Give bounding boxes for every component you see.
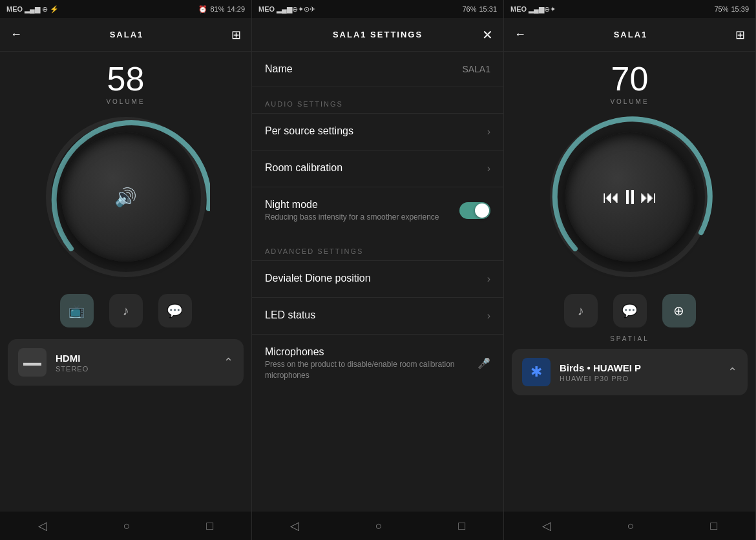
night-mode-sub: Reducing bass intensity for a smoother e… xyxy=(265,212,459,223)
song-title-3: Birds • HUAWEI P xyxy=(560,362,719,373)
volume-label-1: VOLUME xyxy=(106,98,145,105)
spatial-label: SPATIAL xyxy=(504,335,755,342)
volume-number-1: 58 xyxy=(107,62,145,96)
settings-icon-1[interactable]: ⊞ xyxy=(231,28,241,42)
back-system-btn-1[interactable]: ◁ xyxy=(38,519,47,533)
dione-position-row[interactable]: Devialet Dione position › xyxy=(252,260,503,297)
room-cal-chevron: › xyxy=(487,163,490,174)
screen-title-3: SALA1 xyxy=(614,30,648,39)
music-controls: ⏮ ⏸ ⏭ xyxy=(583,185,677,209)
bottom-nav-1: ◁ ○ □ xyxy=(0,512,251,540)
volume-icon-1: 🔊 xyxy=(114,187,137,208)
close-button[interactable]: ✕ xyxy=(482,27,493,43)
source-title-1: HDMI xyxy=(56,353,215,364)
night-mode-toggle[interactable] xyxy=(459,202,490,219)
source-tabs-3: ♪ 💬 ⊕ xyxy=(504,289,755,333)
home-btn-3[interactable]: ○ xyxy=(627,519,635,533)
bottom-nav-2: ◁ ○ □ xyxy=(252,512,503,540)
microphones-row[interactable]: Microphones Press on the product to disa… xyxy=(252,334,503,393)
time-1: 14:29 xyxy=(227,5,245,13)
volume-dial-1[interactable]: 🔊 xyxy=(42,113,210,281)
bluetooth-icon: ⚡ xyxy=(50,5,59,14)
signal-icon: ▂▄▆ xyxy=(25,5,40,14)
tab-spatial-3[interactable]: ⊕ xyxy=(662,294,696,327)
led-chevron: › xyxy=(487,310,490,322)
dione-chevron: › xyxy=(487,273,490,285)
recents-btn-3[interactable]: □ xyxy=(710,519,717,533)
home-btn-1[interactable]: ○ xyxy=(123,519,131,533)
settings-icon-3[interactable]: ⊞ xyxy=(735,28,745,42)
top-nav-1: ← SALA1 ⊞ xyxy=(0,18,251,52)
home-btn-2[interactable]: ○ xyxy=(375,519,383,533)
tab-music-3[interactable]: ♪ xyxy=(564,294,598,327)
carrier-1: MEO xyxy=(6,5,23,13)
status-bar-1: MEO ▂▄▆ ⊕ ⚡ ⏰ 81% 14:29 xyxy=(0,0,251,18)
volume-dial-3[interactable]: ⏮ ⏸ ⏭ xyxy=(546,113,714,281)
top-nav-3: ← SALA1 ⊞ xyxy=(504,18,755,52)
dione-title: Devialet Dione position xyxy=(265,273,487,284)
mic-sub: Press on the product to disable/enable r… xyxy=(265,359,478,381)
signal-icon-2: ▂▄▆⊕✦⊙✈ xyxy=(277,5,315,14)
settings-content: Name SALA1 AUDIO SETTINGS Per source set… xyxy=(252,52,503,540)
screen-title-1: SALA1 xyxy=(110,30,144,39)
per-source-title: Per source settings xyxy=(265,125,487,137)
status-bar-3: MEO ▂▄▆⊕✦ 75% 15:39 xyxy=(504,0,755,18)
led-status-row[interactable]: LED status › xyxy=(252,297,503,334)
tab-tv-1[interactable]: 📺 xyxy=(60,294,94,327)
toggle-knob xyxy=(475,203,489,218)
status-bar-2: MEO ▂▄▆⊕✦⊙✈ 76% 15:31 xyxy=(252,0,503,18)
dione-left: Devialet Dione position xyxy=(265,273,487,286)
volume-label-3: VOLUME xyxy=(610,98,649,105)
prev-button[interactable]: ⏮ xyxy=(603,187,620,207)
alarm-icon: ⏰ xyxy=(198,5,207,14)
source-tabs-1: 📺 ♪ 💬 xyxy=(0,289,251,333)
signal-icon-3: ▂▄▆⊕✦ xyxy=(529,5,556,14)
source-icon-box-1: ▬▬ xyxy=(18,348,47,377)
bottom-nav-3: ◁ ○ □ xyxy=(504,512,755,540)
hdmi-icon: ▬▬ xyxy=(23,357,41,368)
night-mode-row[interactable]: Night mode Reducing bass intensity for a… xyxy=(252,187,503,234)
recents-btn-1[interactable]: □ xyxy=(206,519,213,533)
audio-settings-header: AUDIO SETTINGS xyxy=(252,87,503,113)
battery-3: 75% xyxy=(714,5,728,13)
battery-level-1: 81% xyxy=(210,5,224,13)
back-button-3[interactable]: ← xyxy=(514,28,526,41)
panel-settings: MEO ▂▄▆⊕✦⊙✈ 76% 15:31 SALA1 SETTINGS ✕ N… xyxy=(252,0,504,540)
source-sub-1: STEREO xyxy=(56,365,215,373)
now-playing-card-1: ▬▬ HDMI STEREO ⌃ xyxy=(8,339,244,386)
expand-btn-3[interactable]: ⌃ xyxy=(728,365,737,379)
now-playing-info-1: HDMI STEREO xyxy=(56,353,215,373)
back-button-1[interactable]: ← xyxy=(10,28,22,41)
recents-btn-2[interactable]: □ xyxy=(458,519,465,533)
tab-music-1[interactable]: ♪ xyxy=(109,294,143,327)
back-system-btn-3[interactable]: ◁ xyxy=(542,519,551,533)
settings-title: SALA1 SETTINGS xyxy=(333,30,423,39)
back-system-btn-2[interactable]: ◁ xyxy=(290,519,299,533)
tab-chat-3[interactable]: 💬 xyxy=(613,294,647,327)
per-source-chevron: › xyxy=(487,126,490,138)
tab-chat-1[interactable]: 💬 xyxy=(158,294,192,327)
volume-section-1: 58 VOLUME xyxy=(0,52,251,105)
wifi-icon: ⊕ xyxy=(42,5,48,14)
panel-sala1-music: MEO ▂▄▆⊕✦ 75% 15:39 ← SALA1 ⊞ 70 VOLUME … xyxy=(504,0,756,540)
mic-title: Microphones xyxy=(265,346,478,358)
time-2: 15:31 xyxy=(479,5,497,13)
advanced-settings-header: ADVANCED SETTINGS xyxy=(252,234,503,260)
settings-top-nav: SALA1 SETTINGS ✕ xyxy=(252,18,503,52)
carrier-2: MEO xyxy=(258,5,275,13)
dial-inner-1: 🔊 xyxy=(61,132,191,262)
name-row[interactable]: Name SALA1 xyxy=(252,52,503,87)
led-left: LED status xyxy=(265,309,487,322)
dial-inner-3: ⏮ ⏸ ⏭ xyxy=(565,132,695,262)
per-source-row[interactable]: Per source settings › xyxy=(252,113,503,150)
volume-number-3: 70 xyxy=(611,62,649,96)
mic-icon: 🎤 xyxy=(478,357,490,369)
name-label: Name xyxy=(265,63,293,75)
now-playing-card-3: ✱ Birds • HUAWEI P HUAWEI P30 PRO ⌃ xyxy=(512,349,748,395)
room-calibration-row[interactable]: Room calibration › xyxy=(252,150,503,187)
expand-btn-1[interactable]: ⌃ xyxy=(224,355,233,369)
next-button[interactable]: ⏭ xyxy=(640,187,657,207)
name-value: SALA1 xyxy=(462,64,490,74)
night-mode-left: Night mode Reducing bass intensity for a… xyxy=(265,199,459,223)
pause-button[interactable]: ⏸ xyxy=(620,185,640,209)
